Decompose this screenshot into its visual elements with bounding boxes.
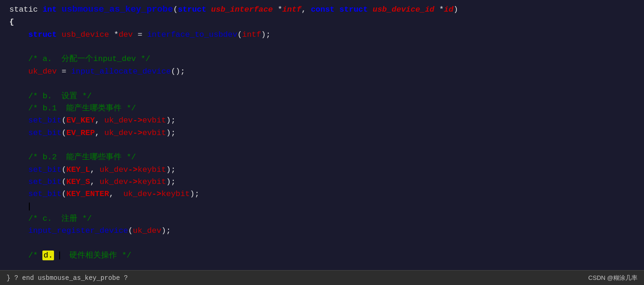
code-line-6: uk_dev = input_allocate_device(); xyxy=(9,66,635,78)
bottom-bar: } ? end usbmouse_as_key_probe ? CSDN @糊涂… xyxy=(0,270,644,285)
code-editor: static int usbmouse_as_key_probe(struct … xyxy=(0,0,644,285)
code-line-10: set_bit(EV_KEY, uk_dev->evbit); xyxy=(9,115,635,127)
code-line-14: set_bit(KEY_L, uk_dev->keybit); xyxy=(9,164,635,176)
code-line-19: input_register_device(uk_dev); xyxy=(9,225,635,237)
highlight-region: d. xyxy=(42,251,54,260)
code-line-7 xyxy=(9,78,635,90)
code-line-4 xyxy=(9,41,635,53)
code-line-16: set_bit(KEY_ENTER, uk_dev->keybit); xyxy=(9,188,635,200)
code-line-11: set_bit(EV_REP, uk_dev->evbit); xyxy=(9,127,635,139)
code-line-9: /* b.1 能产生哪类事件 */ xyxy=(9,102,635,115)
code-line-13: /* b.2 能产生哪些事件 */ xyxy=(9,151,635,163)
text-cursor xyxy=(29,203,30,210)
code-line-12 xyxy=(9,139,635,151)
code-line-2: { xyxy=(9,16,635,28)
code-line-17 xyxy=(9,201,635,213)
code-line-15: set_bit(KEY_S, uk_dev->keybit); xyxy=(9,176,635,188)
code-line-20 xyxy=(9,238,635,250)
code-line-8: /* b. 设置 */ xyxy=(9,90,635,102)
code-line-18: /* c. 注册 */ xyxy=(9,213,635,225)
code-line-3: struct usb_device *dev = interface_to_us… xyxy=(9,29,635,41)
code-line-5: /* a. 分配一个input_dev */ xyxy=(9,53,635,65)
code-line-1: static int usbmouse_as_key_probe(struct … xyxy=(9,3,635,16)
code-line-21: /* d. 硬件相关操作 */ xyxy=(9,250,635,262)
bottom-left-text: } ? end usbmouse_as_key_probe ? xyxy=(7,274,128,282)
bottom-right-text: CSDN @糊涂几率 xyxy=(588,274,637,282)
